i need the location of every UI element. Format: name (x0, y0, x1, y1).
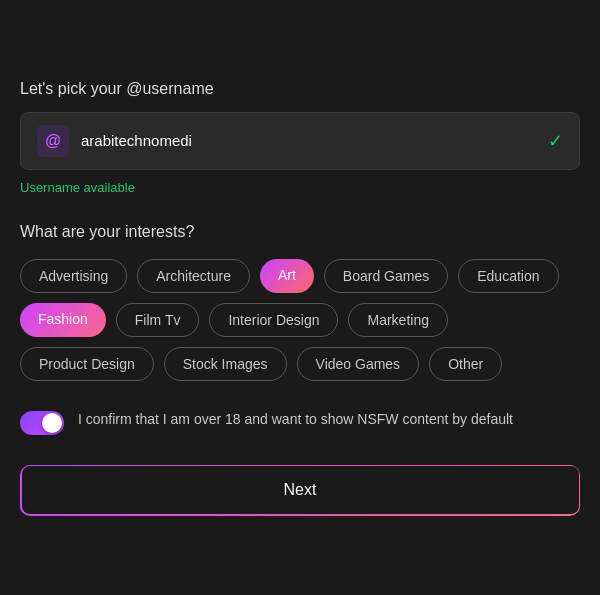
tag-video-games[interactable]: Video Games (297, 347, 420, 381)
nsfw-row: I confirm that I am over 18 and want to … (20, 409, 580, 435)
tag-other[interactable]: Other (429, 347, 502, 381)
check-icon: ✓ (548, 130, 563, 152)
username-available-text: Username available (20, 180, 580, 195)
nsfw-toggle[interactable] (20, 411, 64, 435)
username-input[interactable] (81, 132, 540, 149)
nsfw-label: I confirm that I am over 18 and want to … (78, 409, 513, 430)
tag-education[interactable]: Education (458, 259, 558, 293)
tag-board-games[interactable]: Board Games (324, 259, 448, 293)
tag-architecture[interactable]: Architecture (137, 259, 250, 293)
tag-art[interactable]: Art (260, 259, 314, 293)
at-symbol: @ (45, 132, 61, 150)
next-button[interactable]: Next (22, 466, 579, 514)
tag-product-design[interactable]: Product Design (20, 347, 154, 381)
tag-fashion[interactable]: Fashion (20, 303, 106, 337)
tag-stock-images[interactable]: Stock Images (164, 347, 287, 381)
interests-title: What are your interests? (20, 223, 580, 241)
tags-grid: Advertising Architecture Art Board Games… (20, 259, 580, 381)
next-button-wrapper: Next (20, 465, 580, 516)
username-section-title: Let's pick your @username (20, 80, 580, 98)
at-icon-box: @ (37, 125, 69, 157)
tag-film-tv[interactable]: Film Tv (116, 303, 200, 337)
username-input-row: @ ✓ (20, 112, 580, 170)
tag-advertising[interactable]: Advertising (20, 259, 127, 293)
toggle-thumb (42, 413, 62, 433)
tag-marketing[interactable]: Marketing (348, 303, 447, 337)
page-container: Let's pick your @username @ ✓ Username a… (20, 50, 580, 546)
tag-interior-design[interactable]: Interior Design (209, 303, 338, 337)
